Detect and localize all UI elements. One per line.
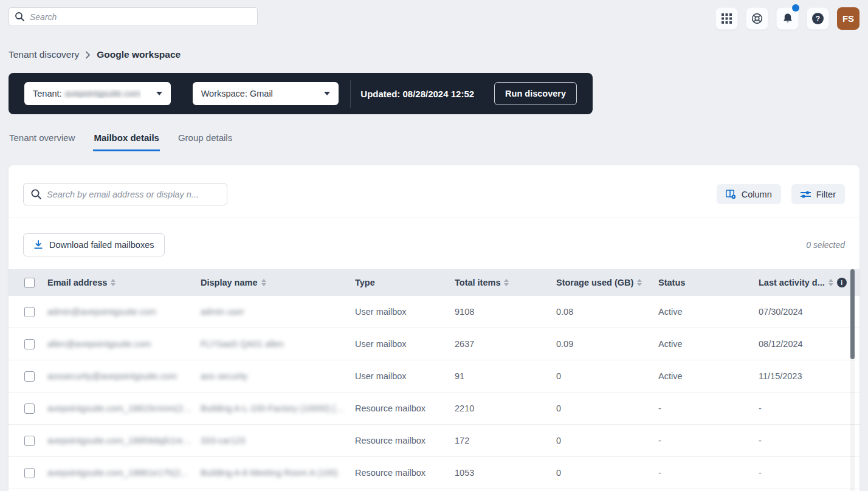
sort-arrows-icon[interactable] [111,279,115,286]
table-body: admin@avepointgsuite.com admin user User… [9,296,859,489]
tab[interactable]: Group details [177,132,233,151]
topbar: ? FS [0,0,868,30]
column-header[interactable]: Storage used (GB) i [556,278,658,287]
tenant-dropdown[interactable]: Tenant: avepointgsuite.com [24,82,171,105]
tab[interactable]: Tenant overview [9,132,75,151]
table-actions-row: Download failed mailboxes 0 selected [23,233,845,256]
row-checkbox-cell [9,436,47,446]
column-header-label: Total items [455,278,500,287]
select-all-checkbox[interactable] [24,278,35,288]
type-cell: Resource mailbox [355,436,455,445]
search-icon [30,188,42,200]
table-search [23,183,227,205]
type-cell: User mailbox [355,371,455,381]
column-header[interactable]: Last activity d... i [759,278,859,287]
storage-used-cell: 0.08 [556,307,658,317]
status-cell: Active [658,307,759,317]
row-checkbox[interactable] [24,436,35,446]
column-header[interactable]: Type i [355,278,455,287]
breadcrumb: Tenant discovery Google workspace [9,49,859,60]
type-cell: User mailbox [355,339,455,349]
global-search-input[interactable] [9,7,258,26]
storage-used-cell: 0 [556,403,658,413]
table-row: admin@avepointgsuite.com admin user User… [9,296,859,328]
sort-arrows-icon[interactable] [261,279,266,286]
row-checkbox[interactable] [24,339,35,349]
email-cell: avepointgsuite.com_18861e17h(2... [47,468,201,478]
last-activity-cell: - [759,436,859,445]
status-cell: - [658,468,759,478]
run-discovery-button[interactable]: Run discovery [494,82,577,105]
notification-dot [792,4,799,12]
help-button[interactable]: ? [807,7,829,30]
download-button-label: Download failed mailboxes [49,240,154,250]
row-checkbox[interactable] [24,307,35,317]
sort-arrows-icon[interactable] [637,279,642,286]
divider [9,218,859,218]
tenant-value: avepointgsuite.com [65,89,141,98]
column-header-label: Display name [201,278,258,287]
display-name-cell: 333-car123 [201,436,355,445]
storage-used-cell: 0 [556,436,658,445]
column-header-label: Storage used (GB) [556,278,633,287]
apps-button[interactable] [715,7,738,30]
type-cell: Resource mailbox [355,403,455,413]
download-failed-mailboxes-button[interactable]: Download failed mailboxes [23,233,165,256]
display-name-cell: FLYSaaS QA01 allen [201,339,355,349]
display-name-cell: Building A-L-100-Factory (10000) [M... [201,403,355,413]
apps-grid-icon [722,13,732,24]
column-header[interactable]: Display name i [201,278,355,287]
type-cell: User mailbox [355,307,455,317]
toolbar-buttons: Column Filter [717,184,845,204]
table-row: avepointgsuite.com_18859dq(k1ret... 333-… [9,425,859,457]
caret-down-icon [156,92,162,95]
last-activity-cell: - [759,468,859,478]
column-header-label: Email address [47,278,107,287]
row-checkbox[interactable] [24,403,35,414]
info-icon[interactable]: i [837,278,847,287]
row-checkbox-cell [9,468,47,478]
filter-button[interactable]: Filter [791,184,845,204]
search-icon [15,12,25,22]
table-search-input[interactable] [23,183,227,205]
life-buoy-icon [751,13,763,24]
row-checkbox[interactable] [24,371,35,382]
page: ? FS Tenant discovery Google workspace T… [0,0,868,491]
column-button[interactable]: Column [717,184,781,204]
column-header-label: Type [355,278,375,287]
status-cell: - [658,436,759,445]
support-button[interactable] [746,7,768,30]
question-icon: ? [812,13,824,24]
column-header-label: Last activity d... [759,278,825,287]
breadcrumb-parent[interactable]: Tenant discovery [9,49,79,60]
tab[interactable]: Mailbox details [93,132,160,151]
vertical-scrollbar-track[interactable] [850,269,855,491]
column-header[interactable]: Status i [658,278,759,287]
column-header[interactable]: Total items i [455,278,556,287]
total-items-cell: 2210 [455,403,556,413]
filter-button-label: Filter [816,190,836,199]
sort-arrows-icon[interactable] [504,279,509,286]
row-checkbox-cell [9,403,47,414]
breadcrumb-current: Google workspace [97,49,181,60]
workspace-label: Workspace: Gmail [201,89,273,98]
email-cell: admin@avepointgsuite.com [47,307,201,317]
vertical-scrollbar-thumb[interactable] [850,269,855,359]
email-cell: avepointgsuite.com_18859dq(k1ret... [47,436,201,445]
table-row: allen@avepointgsuite.com FLYSaaS QA01 al… [9,328,859,360]
storage-used-cell: 0 [556,468,658,478]
total-items-cell: 9108 [455,307,556,317]
column-header[interactable]: Email address i [47,278,201,287]
row-checkbox[interactable] [24,468,35,478]
table-row: avepointgsuite.com_18815rmnm(2s... Build… [9,393,859,425]
column-button-label: Column [742,190,772,199]
column-header-label: Status [658,278,685,287]
total-items-cell: 1053 [455,468,556,478]
discovery-action-bar: Tenant: avepointgsuite.com Workspace: Gm… [9,73,593,114]
sort-arrows-icon[interactable] [828,279,833,286]
last-activity-cell: 11/15/2023 [759,371,859,381]
notifications-button[interactable] [776,7,799,30]
workspace-dropdown[interactable]: Workspace: Gmail [193,82,339,105]
global-search [9,7,258,26]
avatar[interactable]: FS [837,7,859,30]
